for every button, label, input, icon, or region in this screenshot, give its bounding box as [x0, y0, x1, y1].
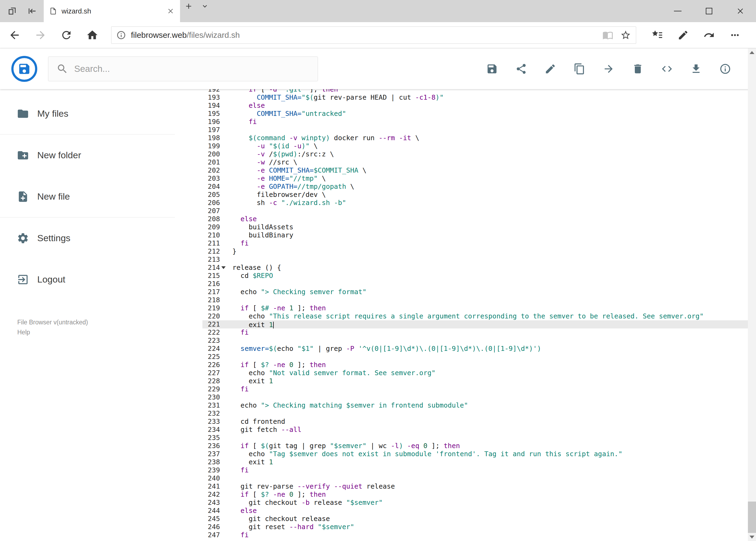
scroll-up-button[interactable] [748, 48, 756, 56]
code-line[interactable]: 219 if [ $# -ne 1 ]; then [202, 304, 748, 312]
close-tab-button[interactable] [166, 7, 175, 15]
code-line[interactable]: 210 buildBinary [202, 231, 748, 239]
code-line[interactable]: 197 [202, 126, 748, 134]
move-button[interactable] [603, 63, 615, 75]
new-tab-button[interactable] [180, 0, 197, 12]
code-line[interactable]: 203 -e HOME="//tmp" \ [202, 175, 748, 183]
search-input[interactable] [74, 64, 310, 74]
code-line[interactable]: 218 [202, 296, 748, 304]
code-line[interactable]: 211 fi [202, 239, 748, 248]
fold-marker-icon[interactable] [220, 264, 226, 272]
code-line[interactable]: 238 exit 1 [202, 458, 748, 466]
code-line[interactable]: 229 fi [202, 385, 748, 393]
editor-button[interactable] [661, 63, 673, 75]
code-line[interactable]: 198 $(command -v winpty) docker run --rm… [202, 134, 748, 142]
code-line[interactable]: 201 -w //src \ [202, 158, 748, 166]
code-line[interactable]: 214release () { [202, 264, 748, 272]
sidebar-item-logout[interactable]: Logout [0, 259, 175, 300]
reading-view-button[interactable] [603, 30, 613, 41]
download-button[interactable] [690, 63, 702, 75]
save-button[interactable] [486, 63, 498, 75]
show-set-aside-tabs-button[interactable] [6, 5, 18, 17]
code-line[interactable]: 217 echo "> Checking semver format" [202, 288, 748, 296]
code-line[interactable]: 199 -u "$(id -u)" \ [202, 142, 748, 150]
add-favorite-button[interactable] [620, 30, 631, 41]
code-line[interactable]: 240 [202, 474, 748, 482]
code-line[interactable]: 207 [202, 207, 748, 215]
browser-tab-wizard-sh[interactable]: wizard.sh [44, 0, 180, 22]
code-line[interactable]: 233 cd frontend [202, 417, 748, 426]
info-button[interactable] [719, 63, 731, 75]
code-line[interactable]: 236 if [ $(git tag | grep "$semver" | wc… [202, 442, 748, 450]
rename-button[interactable] [544, 63, 556, 75]
code-line[interactable]: 220 echo "This release script requires a… [202, 312, 748, 320]
code-line[interactable]: 223 [202, 336, 748, 345]
share-page-button[interactable] [702, 29, 715, 42]
ink-workspace-button[interactable] [677, 29, 690, 42]
code-line[interactable]: 232 [202, 409, 748, 417]
sidebar-item-new-folder[interactable]: New folder [0, 135, 175, 176]
home-button[interactable] [85, 28, 99, 42]
code-line[interactable]: 208 else [202, 215, 748, 223]
code-line[interactable]: 246 git reset --hard "$semver" [202, 523, 748, 531]
set-tabs-aside-button[interactable] [26, 5, 38, 17]
code-line[interactable]: 243 git checkout -b release "$semver" [202, 499, 748, 507]
code-line[interactable]: 216 [202, 280, 748, 288]
minimize-window-button[interactable] [662, 0, 693, 22]
code-line[interactable]: 194 else [202, 102, 748, 110]
code-line[interactable]: 206 sh -c "./wizard.sh -b" [202, 199, 748, 207]
scrollbar-thumb[interactable] [748, 502, 756, 533]
code-line[interactable]: 227 echo "Not valid semver format. See s… [202, 369, 748, 377]
search-box[interactable] [48, 56, 318, 81]
code-line[interactable]: 247 fi [202, 531, 748, 539]
more-options-button[interactable] [728, 29, 741, 42]
tab-preview-button[interactable] [197, 0, 212, 12]
code-line[interactable]: 242 if [ $? -ne 0 ]; then [202, 490, 748, 499]
copy-button[interactable] [574, 63, 586, 75]
code-line[interactable]: 222 fi [202, 328, 748, 336]
code-line[interactable]: 209 buildAssets [202, 223, 748, 231]
site-info-icon[interactable] [116, 30, 126, 40]
code-line[interactable]: 226 if [ $? -ne 0 ]; then [202, 361, 748, 369]
code-line[interactable]: 230 [202, 393, 748, 401]
hub-favorites-button[interactable] [651, 29, 664, 42]
page-scrollbar[interactable] [748, 48, 756, 541]
code-line[interactable]: 221 exit 1 [202, 320, 748, 328]
code-line[interactable]: 228 exit 1 [202, 377, 748, 385]
code-line[interactable]: 241 git rev-parse --verify --quiet relea… [202, 482, 748, 490]
code-line[interactable]: 245 git checkout release [202, 515, 748, 523]
sidebar-item-my-files[interactable]: My files [0, 93, 175, 134]
code-line[interactable]: 202 -e COMMIT_SHA=$COMMIT_SHA \ [202, 166, 748, 175]
close-window-button[interactable] [725, 0, 756, 22]
code-line[interactable]: 235 [202, 434, 748, 442]
code-line[interactable]: 192 if [ -d ".git" ]; then [202, 89, 748, 94]
share-button[interactable] [515, 63, 527, 75]
file-browser-logo[interactable] [11, 56, 37, 82]
code-line[interactable]: 215 cd $REPO [202, 272, 748, 280]
code-line[interactable]: 234 git fetch --all [202, 426, 748, 434]
code-line[interactable]: 237 echo "Tag $semver does not exist in … [202, 450, 748, 458]
code-line[interactable]: 239 fi [202, 466, 748, 474]
code-editor[interactable]: 192 if [ -d ".git" ]; then193 COMMIT_SHA… [202, 89, 748, 541]
code-line[interactable]: 212} [202, 248, 748, 256]
code-line[interactable]: 204 -e GOPATH=//tmp/gopath \ [202, 183, 748, 191]
sidebar-item-new-file[interactable]: New file [0, 176, 175, 217]
code-line[interactable]: 195 COMMIT_SHA="untracked" [202, 110, 748, 118]
code-line[interactable]: 196 fi [202, 118, 748, 126]
code-line[interactable]: 231 echo "> Checking matching $semver in… [202, 401, 748, 409]
code-line[interactable]: 213 [202, 256, 748, 264]
code-line[interactable]: 225 [202, 353, 748, 361]
help-link[interactable]: Help [17, 327, 175, 337]
address-bar[interactable]: filebrowser.web/files/wizard.sh [111, 26, 636, 44]
code-line[interactable]: 244 else [202, 507, 748, 515]
code-line[interactable]: 200 -v /$(pwd):/src:z \ [202, 150, 748, 158]
code-line[interactable]: 224 semver=$(echo "$1" | grep -P '^v(0|[… [202, 345, 748, 353]
back-button[interactable] [8, 28, 22, 42]
delete-button[interactable] [632, 63, 644, 75]
scroll-down-button[interactable] [748, 533, 756, 541]
code-line[interactable]: 205 filebrowser/dev \ [202, 191, 748, 199]
code-line[interactable]: 193 COMMIT_SHA="$(git rev-parse HEAD | c… [202, 94, 748, 102]
refresh-button[interactable] [59, 28, 74, 42]
maximize-window-button[interactable] [693, 0, 725, 22]
sidebar-item-settings[interactable]: Settings [0, 218, 175, 259]
